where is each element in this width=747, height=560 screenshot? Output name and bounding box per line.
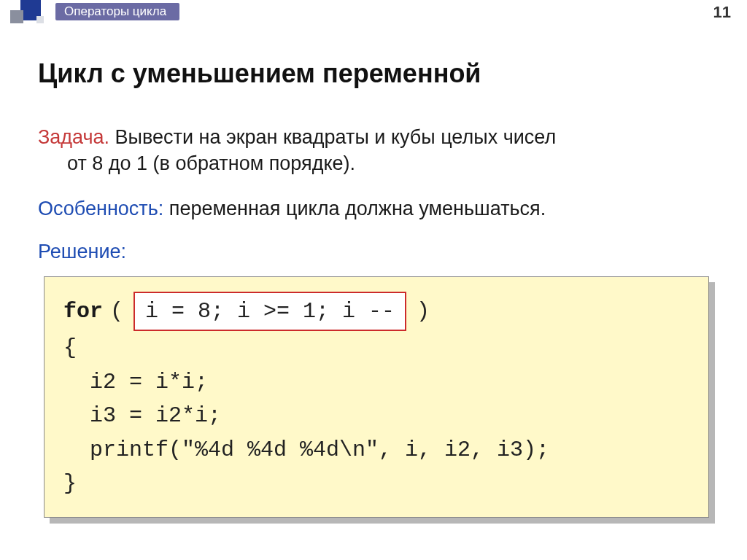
task-block: Задача. Вывести на экран квадраты и кубы… xyxy=(38,124,709,177)
page-title: Цикл с уменьшением переменной xyxy=(38,58,709,89)
page-number: 11 xyxy=(713,3,731,22)
task-label: Задача. xyxy=(38,126,109,148)
breadcrumb: Операторы цикла xyxy=(55,3,179,20)
task-text-line2: от 8 до 1 (в обратном порядке). xyxy=(38,150,709,176)
square-icon xyxy=(36,16,44,23)
solution-label: Решение: xyxy=(38,241,709,263)
for-close-paren: ) xyxy=(417,295,430,329)
for-condition-highlight: i = 8; i >= 1; i -- xyxy=(133,292,406,332)
code-brace-open: { xyxy=(63,331,689,365)
slide-content: Цикл с уменьшением переменной Задача. Вы… xyxy=(0,23,747,518)
slide-header: Операторы цикла 11 xyxy=(0,0,747,23)
code-line-i2: i2 = i*i; xyxy=(63,365,689,400)
code-block: for ( i = 8; i >= 1; i -- ) { i2 = i*i; … xyxy=(44,276,709,518)
square-icon xyxy=(10,10,23,23)
code-line-printf: printf("%4d %4d %4d\n", i, i2, i3); xyxy=(63,433,689,467)
keyword-for: for xyxy=(63,295,103,329)
code-line-i3: i3 = i2*i; xyxy=(63,399,689,433)
feature-block: Особенность: переменная цикла должна уме… xyxy=(38,198,709,220)
feature-label: Особенность: xyxy=(38,198,163,219)
task-text-line1: Вывести на экран квадраты и кубы целых ч… xyxy=(109,126,556,148)
code-brace-close: } xyxy=(63,467,689,501)
code-for-line: for ( i = 8; i >= 1; i -- ) xyxy=(63,292,689,332)
code-box: for ( i = 8; i >= 1; i -- ) { i2 = i*i; … xyxy=(44,276,709,518)
feature-text: переменная цикла должна уменьшаться. xyxy=(163,198,546,219)
for-open-paren: ( xyxy=(110,295,123,329)
